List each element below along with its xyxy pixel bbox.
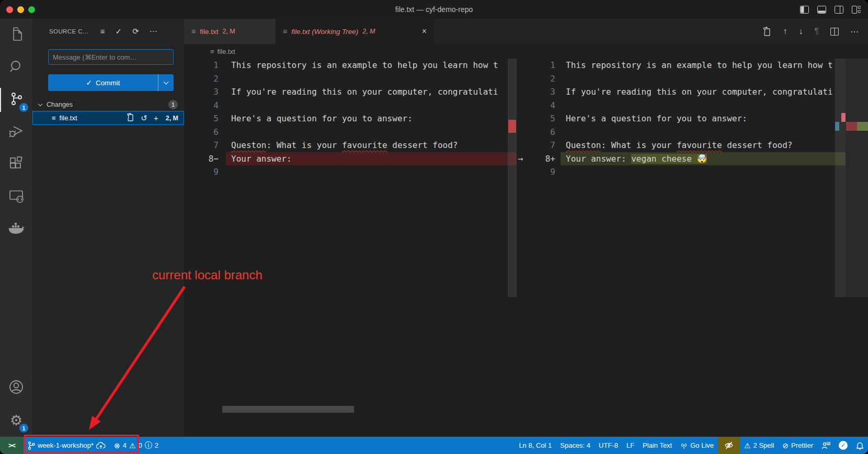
changed-file-name: file.txt — [60, 114, 77, 122]
close-tab-icon[interactable]: × — [422, 27, 427, 36]
more-actions-icon[interactable]: ⋯ — [850, 27, 859, 37]
changes-count-badge: 1 — [168, 100, 178, 109]
editor-group: ≡ file.txt 2, M ≡ file.txt (Working Tree… — [184, 19, 868, 437]
refresh-icon[interactable]: ⟳ — [132, 27, 139, 36]
source-control-badge: 1 — [19, 103, 28, 112]
accounts-button[interactable] — [0, 372, 32, 404]
code-line-right-7: 7Queston: What is your favourite dessert… — [517, 139, 868, 152]
code-line-right-3: 3If you're reading this on your computer… — [517, 85, 868, 99]
vscode-window: file.txt — cyf-demo-repo — [0, 0, 868, 454]
notifications-item[interactable] — [852, 437, 868, 454]
eol-item[interactable]: LF — [622, 437, 638, 454]
changes-label: Changes — [47, 101, 73, 108]
encoding-item[interactable]: UTF-8 — [595, 437, 622, 454]
source-control-panel: SOURCE C… ≡ ✓ ⟳ ⋯ ✓ Commit Changes 1 ≡ f… — [32, 19, 184, 437]
more-actions-icon[interactable]: ⋯ — [150, 27, 157, 36]
commit-message-input[interactable] — [48, 49, 174, 65]
panel-title: SOURCE C… — [49, 28, 89, 35]
check-icon: ✓ — [86, 78, 92, 87]
spell-checker-item[interactable]: ⚠ 2 Spell — [740, 437, 778, 454]
stage-changes-icon[interactable]: + — [154, 114, 158, 122]
left-pane-vertical-scrollbar[interactable] — [508, 59, 517, 297]
tab-bar: ≡ file.txt 2, M ≡ file.txt (Working Tree… — [184, 19, 868, 44]
run-debug-icon — [8, 124, 24, 141]
remote-window-button[interactable]: >< — [0, 437, 24, 454]
code-line-left-9: 9 — [184, 165, 517, 179]
code-line-right-4: 4 — [517, 99, 868, 112]
language-mode-item[interactable]: Plain Text — [638, 437, 676, 454]
changed-file-row[interactable]: ≡ file.txt ↺ + 2, M — [32, 111, 184, 125]
file-icon: ≡ — [210, 48, 214, 55]
go-live-label: Go Live — [690, 441, 714, 449]
close-window-button[interactable] — [6, 6, 13, 13]
explorer-icon — [9, 26, 24, 44]
prettier-item[interactable]: ⊘ Prettier — [778, 437, 817, 454]
code-line-left-6: 6 — [184, 126, 517, 139]
code-line-right-1: 1This repository is an example to help y… — [517, 59, 868, 72]
customize-layout-icon[interactable] — [852, 6, 861, 14]
minimize-window-button[interactable] — [17, 6, 24, 13]
commit-action-icon[interactable]: ✓ — [116, 27, 122, 36]
commit-button-label: Commit — [96, 79, 120, 87]
tab-problem-badge: 2, M — [222, 28, 235, 35]
sidebar-item-explorer[interactable] — [0, 19, 32, 51]
annotation-rectangle — [24, 435, 139, 453]
sidebar-item-source-control[interactable]: 1 — [0, 84, 32, 116]
zoom-window-button[interactable] — [28, 6, 35, 13]
sidebar-item-search[interactable] — [0, 51, 32, 84]
open-changes-icon[interactable] — [762, 27, 771, 36]
revert-change-arrow-icon[interactable]: → — [518, 153, 523, 164]
indentation-item[interactable]: Spaces: 4 — [556, 437, 595, 454]
whitespace-toggle-icon[interactable]: ¶ — [814, 27, 819, 36]
sidebar-item-run-debug[interactable] — [0, 116, 32, 149]
status-check-item[interactable]: ✓ — [835, 437, 852, 454]
open-file-icon[interactable] — [127, 113, 134, 123]
code-line-left-4: 4 — [184, 99, 517, 112]
settings-button[interactable]: ⚙ 1 — [0, 404, 32, 437]
account-icon — [8, 379, 24, 397]
warning-icon: ⚠ — [744, 441, 751, 450]
discard-changes-icon[interactable]: ↺ — [141, 114, 147, 123]
next-change-icon[interactable]: ↓ — [798, 27, 803, 36]
commit-dropdown-button[interactable] — [158, 74, 174, 91]
tab-label: file.txt (Working Tree) — [291, 28, 358, 36]
previous-change-icon[interactable]: ↑ — [783, 27, 787, 36]
tab-file-txt[interactable]: ≡ file.txt 2, M — [184, 19, 276, 44]
check-circle-icon: ✓ — [839, 441, 848, 450]
breadcrumb-file-name: file.txt — [218, 48, 235, 55]
tab-problem-badge: 2, M — [362, 28, 375, 35]
file-icon: ≡ — [283, 27, 287, 36]
cursor-position-item[interactable]: Ln 8, Col 1 — [515, 437, 556, 454]
diff-modified-pane[interactable]: 1This repository is an example to help y… — [517, 59, 868, 437]
tab-file-txt-working-tree[interactable]: ≡ file.txt (Working Tree) 2, M × — [276, 19, 434, 44]
broadcast-icon — [680, 442, 688, 449]
deleted-change-overview-mark — [508, 120, 516, 133]
added-overview-block — [857, 122, 868, 131]
copilot-disabled-item[interactable] — [718, 437, 740, 454]
tab-label: file.txt — [200, 28, 218, 36]
toggle-secondary-sidebar-icon[interactable] — [835, 6, 843, 14]
slash-circle-icon: ⊘ — [782, 441, 789, 450]
bell-icon — [856, 441, 864, 450]
code-line-left-7: 7Queston: What is your favourite dessert… — [184, 139, 517, 152]
breadcrumb[interactable]: ≡ file.txt — [184, 44, 868, 59]
feedback-item[interactable] — [817, 437, 835, 454]
toggle-primary-sidebar-icon[interactable] — [800, 6, 809, 14]
sidebar-item-extensions[interactable] — [0, 149, 32, 181]
sidebar-item-docker[interactable] — [0, 213, 32, 246]
split-editor-icon[interactable] — [830, 28, 839, 36]
changes-section-header[interactable]: Changes 1 — [32, 98, 184, 111]
diff-original-pane[interactable]: 1This repository is an example to help y… — [184, 59, 517, 437]
go-live-item[interactable]: Go Live — [676, 437, 718, 454]
window-title: file.txt — cyf-demo-repo — [0, 5, 868, 14]
code-line-left-5: 5Here's a question for you to answer: — [184, 112, 517, 126]
diff-editor[interactable]: 1This repository is an example to help y… — [184, 59, 868, 437]
left-pane-horizontal-scrollbar[interactable] — [222, 406, 354, 413]
view-as-list-icon[interactable]: ≡ — [100, 27, 105, 36]
sidebar-item-remote-explorer[interactable] — [0, 181, 32, 213]
toggle-panel-icon[interactable] — [817, 6, 826, 14]
commit-button[interactable]: ✓ Commit — [48, 74, 174, 91]
spell-label: 2 Spell — [753, 441, 774, 449]
right-pane-vertical-scrollbar[interactable] — [835, 59, 846, 297]
code-line-left-3: 3If you're reading this on your computer… — [184, 85, 517, 99]
